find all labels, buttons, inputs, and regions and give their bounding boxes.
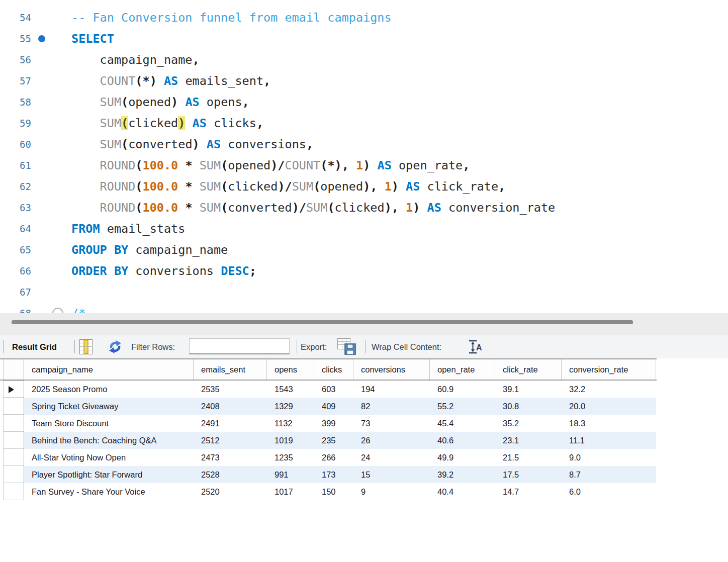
code-line-66[interactable]: 66ORDER BY conversions DESC; bbox=[0, 260, 728, 282]
code-line-60[interactable]: 60 SUM(converted) AS conversions, bbox=[0, 134, 728, 155]
code-line-67[interactable]: 67 bbox=[0, 282, 728, 303]
table-row[interactable]: Behind the Bench: Coaching Q&A2512101923… bbox=[3, 432, 656, 449]
result-grid-tab-title[interactable]: Result Grid bbox=[12, 335, 57, 358]
cell-open_rate[interactable]: 55.2 bbox=[430, 398, 495, 415]
cell-conversions[interactable]: 9 bbox=[353, 483, 430, 500]
code-line-62[interactable]: 62 ROUND(100.0 * SUM(clicked)/SUM(opened… bbox=[0, 176, 728, 197]
cell-conversion_rate[interactable]: 11.1 bbox=[562, 432, 656, 449]
column-header-conversions[interactable]: conversions bbox=[353, 359, 430, 380]
cell-open_rate[interactable]: 49.9 bbox=[430, 449, 495, 466]
cell-emails_sent[interactable]: 2520 bbox=[194, 483, 267, 500]
code-line-55[interactable]: 55SELECT bbox=[0, 28, 728, 49]
cell-opens[interactable]: 1019 bbox=[267, 432, 314, 449]
table-row[interactable]: Player Spotlight: Star Forward2528991173… bbox=[3, 466, 656, 483]
cell-conversions[interactable]: 24 bbox=[353, 449, 430, 466]
cell-clicks[interactable]: 150 bbox=[314, 483, 353, 500]
cell-click_rate[interactable]: 30.8 bbox=[495, 398, 562, 415]
table-row[interactable]: 2025 Season Promo2535154360319460.939.13… bbox=[3, 381, 656, 398]
column-header-campaign_name[interactable]: campaign_name bbox=[24, 359, 194, 380]
refresh-icon[interactable] bbox=[108, 340, 122, 354]
cell-click_rate[interactable]: 17.5 bbox=[495, 466, 562, 483]
cell-conversions[interactable]: 73 bbox=[353, 415, 430, 432]
code-line-64[interactable]: 64FROM email_stats bbox=[0, 218, 728, 239]
cell-emails_sent[interactable]: 2491 bbox=[194, 415, 267, 432]
sql-editor[interactable]: 5354-- Fan Conversion funnel from email … bbox=[0, 0, 728, 313]
table-row[interactable]: Team Store Discount249111323997345.435.2… bbox=[3, 415, 656, 432]
cell-emails_sent[interactable]: 2473 bbox=[194, 449, 267, 466]
table-row[interactable]: Spring Ticket Giveaway240813294098255.23… bbox=[3, 398, 656, 415]
code-line-63[interactable]: 63 ROUND(100.0 * SUM(converted)/SUM(clic… bbox=[0, 197, 728, 218]
cell-conversion_rate[interactable]: 6.0 bbox=[562, 483, 656, 500]
cell-click_rate[interactable]: 23.1 bbox=[495, 432, 562, 449]
cell-clicks[interactable]: 266 bbox=[314, 449, 353, 466]
cell-campaign_name[interactable]: Behind the Bench: Coaching Q&A bbox=[24, 432, 194, 449]
code-line-56[interactable]: 56 campaign_name, bbox=[0, 49, 728, 70]
cell-open_rate[interactable]: 40.6 bbox=[430, 432, 495, 449]
cell-opens[interactable]: 991 bbox=[267, 466, 314, 483]
column-header-clicks[interactable]: clicks bbox=[314, 359, 353, 380]
cell-clicks[interactable]: 399 bbox=[314, 415, 353, 432]
column-header-emails_sent[interactable]: emails_sent bbox=[194, 359, 267, 380]
row-selector-header-cell[interactable] bbox=[3, 359, 24, 380]
cell-conversion_rate[interactable]: 9.0 bbox=[562, 449, 656, 466]
row-selector-cell[interactable] bbox=[3, 449, 24, 466]
cell-click_rate[interactable]: 14.7 bbox=[495, 483, 562, 500]
cell-emails_sent[interactable]: 2512 bbox=[194, 432, 267, 449]
cell-emails_sent[interactable]: 2408 bbox=[194, 398, 267, 415]
cell-campaign_name[interactable]: Team Store Discount bbox=[24, 415, 194, 432]
cell-opens[interactable]: 1132 bbox=[267, 415, 314, 432]
column-header-opens[interactable]: opens bbox=[267, 359, 314, 380]
cell-conversions[interactable]: 15 bbox=[353, 466, 430, 483]
cell-opens[interactable]: 1329 bbox=[267, 398, 314, 415]
cell-open_rate[interactable]: 39.2 bbox=[430, 466, 495, 483]
cell-clicks[interactable]: 603 bbox=[314, 381, 353, 398]
cell-clicks[interactable]: 409 bbox=[314, 398, 353, 415]
wrap-cell-content-icon[interactable]: A bbox=[469, 340, 484, 354]
row-selector-cell[interactable] bbox=[3, 415, 24, 432]
code-line-57[interactable]: 57 COUNT(*) AS emails_sent, bbox=[0, 70, 728, 91]
code-line-54[interactable]: 54-- Fan Conversion funnel from email ca… bbox=[0, 7, 728, 28]
result-grid-icon[interactable] bbox=[79, 339, 93, 354]
panel-splitter-handle[interactable] bbox=[12, 320, 633, 324]
cell-emails_sent[interactable]: 2535 bbox=[194, 381, 267, 398]
row-selector-cell[interactable] bbox=[3, 432, 24, 449]
cell-click_rate[interactable]: 35.2 bbox=[495, 415, 562, 432]
cell-campaign_name[interactable]: 2025 Season Promo bbox=[24, 381, 194, 398]
cell-conversions[interactable]: 26 bbox=[353, 432, 430, 449]
column-header-click_rate[interactable]: click_rate bbox=[495, 359, 562, 380]
cell-clicks[interactable]: 235 bbox=[314, 432, 353, 449]
cell-conversion_rate[interactable]: 32.2 bbox=[562, 381, 656, 398]
cell-opens[interactable]: 1235 bbox=[267, 449, 314, 466]
cell-open_rate[interactable]: 45.4 bbox=[430, 415, 495, 432]
code-line-58[interactable]: 58 SUM(opened) AS opens, bbox=[0, 91, 728, 113]
column-header-open_rate[interactable]: open_rate bbox=[430, 359, 495, 380]
export-icon[interactable] bbox=[337, 338, 356, 355]
code-line-53[interactable]: 53 bbox=[0, 0, 728, 7]
cell-click_rate[interactable]: 21.5 bbox=[495, 449, 562, 466]
cell-click_rate[interactable]: 39.1 bbox=[495, 381, 562, 398]
table-row[interactable]: Fan Survey - Share Your Voice25201017150… bbox=[3, 483, 656, 500]
row-selector-cell[interactable] bbox=[3, 381, 24, 398]
cell-conversion_rate[interactable]: 18.3 bbox=[562, 415, 656, 432]
cell-conversion_rate[interactable]: 8.7 bbox=[562, 466, 656, 483]
code-fold-icon[interactable] bbox=[52, 308, 63, 313]
cell-open_rate[interactable]: 40.4 bbox=[430, 483, 495, 500]
row-selector-cell[interactable] bbox=[3, 483, 24, 500]
code-line-65[interactable]: 65GROUP BY campaign_name bbox=[0, 239, 728, 260]
cell-campaign_name[interactable]: Fan Survey - Share Your Voice bbox=[24, 483, 194, 500]
cell-clicks[interactable]: 173 bbox=[314, 466, 353, 483]
cell-opens[interactable]: 1017 bbox=[267, 483, 314, 500]
cell-campaign_name[interactable]: Player Spotlight: Star Forward bbox=[24, 466, 194, 483]
column-header-conversion_rate[interactable]: conversion_rate bbox=[562, 359, 656, 380]
cell-conversions[interactable]: 194 bbox=[353, 381, 430, 398]
cell-conversion_rate[interactable]: 20.0 bbox=[562, 398, 656, 415]
filter-rows-input[interactable] bbox=[189, 338, 290, 354]
code-line-68[interactable]: 68/* bbox=[0, 303, 728, 313]
row-selector-cell[interactable] bbox=[3, 466, 24, 483]
cell-campaign_name[interactable]: All-Star Voting Now Open bbox=[24, 449, 194, 466]
table-row[interactable]: All-Star Voting Now Open247312352662449.… bbox=[3, 449, 656, 466]
code-line-59[interactable]: 59 SUM(clicked) AS clicks, bbox=[0, 113, 728, 134]
cell-campaign_name[interactable]: Spring Ticket Giveaway bbox=[24, 398, 194, 415]
cell-opens[interactable]: 1543 bbox=[267, 381, 314, 398]
cell-conversions[interactable]: 82 bbox=[353, 398, 430, 415]
